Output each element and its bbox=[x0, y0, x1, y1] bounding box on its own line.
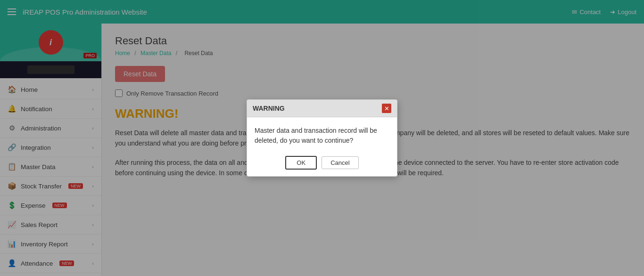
modal-overlay: WARNING ✕ Master data and transaction re… bbox=[0, 0, 644, 276]
modal-footer: OK Cancel bbox=[247, 151, 397, 176]
warning-modal: WARNING ✕ Master data and transaction re… bbox=[247, 99, 397, 177]
modal-close-button[interactable]: ✕ bbox=[382, 104, 391, 113]
modal-header: WARNING ✕ bbox=[247, 100, 397, 117]
modal-title: WARNING bbox=[253, 105, 285, 112]
modal-ok-button[interactable]: OK bbox=[285, 156, 317, 170]
modal-body: Master data and transaction record will … bbox=[247, 117, 397, 151]
modal-cancel-button[interactable]: Cancel bbox=[322, 156, 358, 169]
modal-message: Master data and transaction record will … bbox=[255, 127, 377, 144]
